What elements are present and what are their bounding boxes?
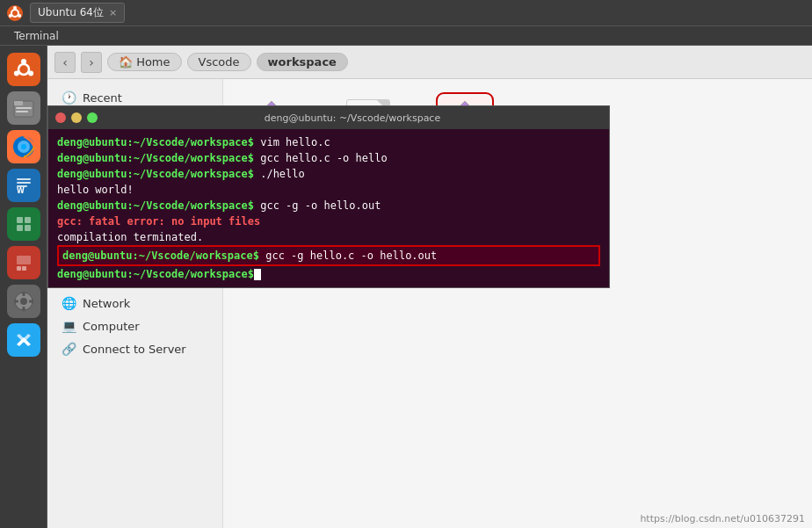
svg-point-4: [9, 14, 12, 18]
dock-files-icon[interactable]: [7, 91, 40, 125]
svg-point-7: [21, 59, 26, 64]
titlebar: Ubuntu 64位 ×: [0, 0, 812, 26]
filemanager: ‹ › 🏠 Home Vscode workspace 🕐 Recen: [47, 46, 812, 528]
svg-rect-24: [25, 217, 31, 223]
sidebar-item-network[interactable]: 🌐 Network: [47, 292, 222, 315]
dock-impress-icon[interactable]: [7, 246, 40, 279]
svg-rect-13: [16, 111, 28, 112]
svg-rect-26: [25, 225, 31, 231]
svg-rect-34: [22, 307, 25, 311]
svg-text:W: W: [17, 187, 25, 195]
sidebar-item-connect-to-server[interactable]: 🔗 Connect to Server: [47, 337, 222, 360]
term-error-6: gcc: fatal error: no input files: [57, 215, 260, 228]
term-cmd-1: vim hello.c: [254, 136, 330, 148]
term-prompt-1: deng@ubuntu:~/Vscode/workspace$: [57, 136, 254, 148]
svg-point-2: [13, 6, 17, 10]
forward-icon: ›: [89, 55, 94, 69]
recent-icon: 🕐: [62, 90, 76, 105]
svg-rect-11: [14, 101, 23, 105]
term-prompt-3: deng@ubuntu:~/Vscode/workspace$: [57, 168, 254, 180]
breadcrumb-vscode[interactable]: Vscode: [187, 53, 251, 71]
connect-server-icon: 🔗: [62, 342, 76, 356]
terminal-maximize-button[interactable]: [87, 112, 98, 123]
svg-point-32: [20, 298, 27, 305]
terminal-close-button[interactable]: [55, 112, 66, 123]
term-line-3: deng@ubuntu:~/Vscode/workspace$ ./hello: [57, 166, 600, 182]
term-line-9: deng@ubuntu:~/Vscode/workspace$: [57, 266, 600, 282]
term-prompt-5: deng@ubuntu:~/Vscode/workspace$: [57, 199, 254, 212]
back-button[interactable]: ‹: [54, 52, 76, 73]
term-cmd-8: gcc -g hello.c -o hello.out: [259, 250, 437, 262]
svg-rect-23: [17, 217, 23, 223]
sidebar-item-computer[interactable]: 💻 Computer: [47, 315, 222, 337]
term-cmd-5: gcc -g -o hello.out: [254, 199, 381, 212]
menu-terminal[interactable]: Terminal: [7, 30, 66, 42]
tab-close-button[interactable]: ×: [109, 7, 117, 18]
terminal-window: deng@ubuntu: ~/Vscode/workspace deng@ubu…: [47, 105, 610, 288]
breadcrumb-home[interactable]: 🏠 Home: [107, 53, 182, 71]
breadcrumb-workspace[interactable]: workspace: [257, 53, 348, 71]
svg-point-3: [18, 14, 21, 18]
terminal-title: deng@ubuntu: ~/Vscode/workspace: [103, 112, 602, 124]
back-icon: ‹: [62, 55, 68, 69]
main-layout: W: [0, 46, 812, 528]
term-line-6: gcc: fatal error: no input files: [57, 213, 600, 229]
svg-point-16: [21, 144, 26, 149]
computer-icon: 💻: [62, 319, 76, 333]
term-output-7: compilation terminated.: [57, 231, 203, 243]
dock: W: [0, 46, 47, 528]
network-icon: 🌐: [62, 296, 76, 310]
dock-writer-icon[interactable]: W: [7, 169, 40, 202]
term-line-4: hello world!: [57, 182, 600, 198]
terminal-tab[interactable]: Ubuntu 64位 ×: [30, 3, 125, 23]
tab-label: Ubuntu 64位: [38, 5, 104, 20]
terminal-body: deng@ubuntu:~/Vscode/workspace$ vim hell…: [48, 129, 609, 287]
watermark: https://blog.csdn.net/u010637291: [640, 513, 805, 524]
svg-point-9: [13, 71, 18, 76]
dock-ubuntu-icon[interactable]: [7, 53, 40, 86]
svg-rect-29: [17, 266, 21, 271]
terminal-titlebar: deng@ubuntu: ~/Vscode/workspace: [48, 106, 609, 129]
fm-body: 🕐 Recent 🏠 Home 🖥 Desktop 📄 Documents ⬇: [47, 79, 812, 528]
ubuntu-logo-icon: [7, 5, 23, 21]
svg-rect-22: [15, 213, 33, 235]
term-line-1: deng@ubuntu:~/Vscode/workspace$ vim hell…: [57, 134, 600, 150]
term-line-7: compilation terminated.: [57, 229, 600, 245]
term-line-8: deng@ubuntu:~/Vscode/workspace$ gcc -g h…: [57, 245, 600, 266]
svg-rect-25: [17, 225, 23, 231]
term-prompt-9: deng@ubuntu:~/Vscode/workspace$: [57, 268, 254, 280]
svg-rect-28: [17, 256, 31, 264]
svg-rect-18: [17, 178, 31, 180]
svg-rect-35: [14, 300, 18, 303]
fm-toolbar: ‹ › 🏠 Home Vscode workspace: [47, 46, 812, 79]
term-prompt-8: deng@ubuntu:~/Vscode/workspace$: [62, 250, 259, 262]
filearea: hello C hello.c: [223, 79, 812, 528]
home-crumb-icon: 🏠: [119, 55, 133, 69]
term-line-5: deng@ubuntu:~/Vscode/workspace$ gcc -g -…: [57, 198, 600, 213]
dock-settings-icon[interactable]: [7, 285, 40, 318]
svg-rect-36: [29, 300, 33, 303]
svg-rect-19: [17, 182, 31, 184]
svg-point-8: [28, 71, 33, 76]
term-output-4: hello world!: [57, 184, 134, 196]
term-line-2: deng@ubuntu:~/Vscode/workspace$ gcc hell…: [57, 150, 600, 166]
forward-button[interactable]: ›: [81, 52, 102, 73]
svg-rect-12: [16, 107, 32, 109]
svg-rect-30: [22, 266, 26, 271]
dock-calc-icon[interactable]: [7, 207, 40, 241]
term-cmd-2: gcc hello.c -o hello: [254, 152, 388, 164]
term-cmd-3: ./hello: [254, 168, 305, 180]
term-prompt-2: deng@ubuntu:~/Vscode/workspace$: [57, 152, 254, 164]
menubar: Terminal: [0, 26, 812, 46]
terminal-minimize-button[interactable]: [71, 112, 82, 123]
dock-vscode-icon[interactable]: [7, 323, 40, 357]
dock-firefox-icon[interactable]: [7, 130, 40, 163]
term-cursor: [254, 269, 261, 280]
term-highlighted-8: deng@ubuntu:~/Vscode/workspace$ gcc -g h…: [57, 245, 600, 266]
svg-rect-33: [22, 292, 25, 296]
